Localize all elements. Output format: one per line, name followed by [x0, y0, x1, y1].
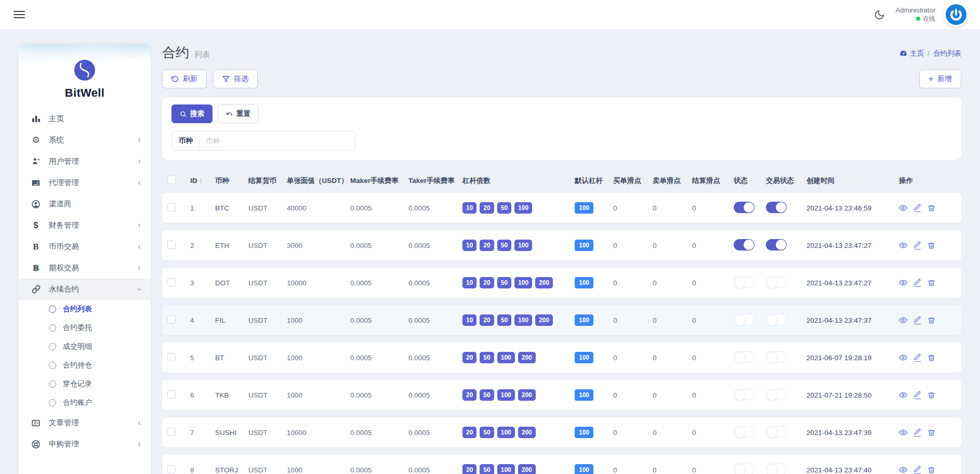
- sidebar-item-perpetual-contract[interactable]: 永续合约: [19, 279, 151, 300]
- status-toggle[interactable]: [734, 239, 754, 251]
- delete-icon[interactable]: [928, 391, 935, 399]
- delete-icon[interactable]: [928, 242, 935, 249]
- delete-icon[interactable]: [928, 317, 935, 324]
- status-toggle[interactable]: [734, 276, 754, 288]
- sidebar-item-spot-trading[interactable]: B 币币交易: [19, 236, 151, 257]
- cell-maker-fee: 0.0005: [350, 204, 408, 212]
- cell-id: 8: [190, 466, 215, 474]
- edit-icon[interactable]: [914, 466, 921, 474]
- trading-status-toggle[interactable]: [766, 314, 787, 325]
- row-checkbox[interactable]: [167, 428, 176, 436]
- sidebar-item-options-trading[interactable]: ฿ 期权交易: [19, 257, 151, 279]
- sidebar-subitem-trade-details[interactable]: 成交明细: [19, 337, 151, 356]
- leverage-badge: 10: [462, 202, 476, 214]
- sidebar-subitem-contract-positions[interactable]: 合约持仓: [19, 356, 151, 375]
- view-icon[interactable]: [899, 353, 907, 362]
- row-actions: [899, 241, 944, 249]
- chevron-left-icon: [136, 222, 142, 229]
- sidebar-subitem-contract-list[interactable]: 合约列表: [19, 300, 151, 319]
- row-checkbox[interactable]: [167, 241, 176, 249]
- reset-button[interactable]: 重置: [218, 104, 259, 123]
- sidebar-subitem-contract-accounts[interactable]: 合约账户: [19, 393, 151, 412]
- row-checkbox[interactable]: [167, 278, 176, 286]
- plus-icon: +: [929, 75, 933, 83]
- leverage-badge: 20: [462, 389, 476, 401]
- delete-icon[interactable]: [928, 204, 935, 212]
- status-toggle[interactable]: [734, 351, 754, 363]
- edit-icon[interactable]: [914, 428, 921, 437]
- delete-icon[interactable]: [928, 354, 935, 362]
- row-checkbox[interactable]: [167, 315, 176, 324]
- view-icon[interactable]: [899, 466, 907, 474]
- row-actions: [899, 204, 944, 212]
- select-all-checkbox[interactable]: [167, 176, 176, 184]
- col-header-id[interactable]: ID↑: [190, 177, 215, 185]
- lifebuoy-icon: [30, 440, 42, 449]
- view-icon[interactable]: [899, 241, 907, 249]
- coin-search-input[interactable]: [200, 131, 355, 150]
- moon-icon[interactable]: [874, 9, 885, 20]
- status-toggle[interactable]: [734, 389, 754, 400]
- view-icon[interactable]: [899, 279, 907, 287]
- delete-icon[interactable]: [928, 429, 935, 437]
- search-button[interactable]: 搜索: [171, 104, 213, 123]
- status-toggle[interactable]: [734, 314, 754, 325]
- row-checkbox[interactable]: [167, 353, 176, 361]
- add-button[interactable]: + 新增: [919, 70, 961, 88]
- status-toggle[interactable]: [734, 464, 754, 474]
- cell-id: 2: [190, 242, 215, 249]
- trading-status-toggle[interactable]: [766, 202, 787, 213]
- sidebar-item-channel[interactable]: 渠道商: [19, 193, 151, 215]
- filter-button[interactable]: 筛选: [213, 70, 258, 88]
- sidebar-subitem-label: 合约持仓: [63, 361, 92, 370]
- sidebar-item-user-management[interactable]: 用户管理: [19, 151, 151, 172]
- avatar[interactable]: [946, 4, 966, 25]
- edit-icon[interactable]: [914, 353, 921, 362]
- view-icon[interactable]: [899, 391, 907, 399]
- sidebar-item-agent-management[interactable]: 代理管理: [19, 172, 151, 193]
- delete-icon[interactable]: [928, 279, 935, 287]
- sidebar-item-finance[interactable]: $ 财务管理: [19, 215, 151, 236]
- cell-leverages: 2050100200: [462, 352, 575, 363]
- sidebar-item-home[interactable]: 主页: [19, 108, 151, 129]
- row-checkbox[interactable]: [167, 390, 176, 399]
- status-toggle[interactable]: [734, 202, 754, 213]
- view-icon[interactable]: [899, 428, 907, 437]
- cell-settle-slippage: 0: [692, 466, 734, 474]
- sidebar-item-article-management[interactable]: 文章管理: [19, 412, 151, 433]
- sidebar-item-label: 币币交易: [49, 242, 79, 252]
- edit-icon[interactable]: [914, 279, 921, 287]
- trading-status-toggle[interactable]: [766, 464, 787, 474]
- trading-status-toggle[interactable]: [766, 276, 787, 288]
- row-checkbox[interactable]: [167, 203, 176, 212]
- breadcrumb-home-link[interactable]: 主页: [899, 49, 924, 58]
- trading-status-toggle[interactable]: [766, 426, 787, 438]
- col-header-buy-slippage: 买单滑点: [613, 176, 653, 186]
- col-header-face-value: 单张面值（USDT）: [287, 176, 350, 186]
- edit-icon[interactable]: [914, 316, 921, 324]
- sidebar-subitem-contract-orders[interactable]: 合约委托: [19, 319, 151, 337]
- sidebar-item-system[interactable]: ⚙ 系统: [19, 129, 151, 151]
- user-block: Administrator 在线: [895, 6, 935, 23]
- leverage-badge: 200: [535, 277, 553, 288]
- trading-status-toggle[interactable]: [766, 239, 787, 251]
- hamburger-menu-icon[interactable]: [14, 11, 25, 18]
- status-toggle[interactable]: [734, 426, 754, 438]
- delete-icon[interactable]: [928, 466, 935, 474]
- sidebar-subitem-liquidation-records[interactable]: 穿仓记录: [19, 375, 151, 393]
- view-icon[interactable]: [899, 316, 907, 324]
- refresh-icon: [171, 75, 179, 83]
- leverage-badge: 10: [462, 277, 476, 288]
- trading-status-toggle[interactable]: [766, 389, 787, 400]
- view-icon[interactable]: [899, 204, 907, 212]
- refresh-button[interactable]: 刷新: [162, 70, 207, 88]
- row-checkbox[interactable]: [167, 465, 176, 473]
- sidebar-item-label: 期权交易: [49, 263, 79, 273]
- trading-status-toggle[interactable]: [766, 351, 787, 363]
- edit-icon[interactable]: [914, 204, 921, 212]
- edit-icon[interactable]: [914, 391, 921, 399]
- edit-icon[interactable]: [914, 241, 921, 249]
- leverage-badge: 100: [514, 240, 532, 251]
- sidebar-item-subscription-management[interactable]: 申购管理: [19, 433, 151, 455]
- dashboard-icon: [899, 49, 907, 57]
